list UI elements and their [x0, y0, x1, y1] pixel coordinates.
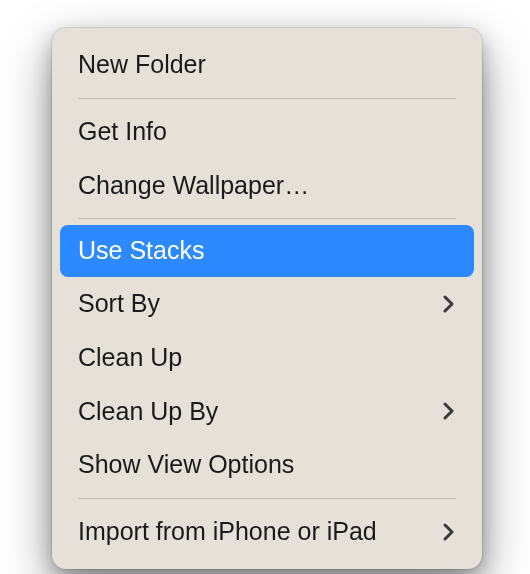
menu-item-new-folder[interactable]: New Folder — [52, 38, 482, 92]
menu-item-get-info[interactable]: Get Info — [52, 105, 482, 159]
menu-item-label: New Folder — [78, 48, 456, 82]
menu-item-label: Import from iPhone or iPad — [78, 515, 440, 549]
menu-item-label: Clean Up By — [78, 395, 440, 429]
menu-item-import-from-iphone-or-ipad[interactable]: Import from iPhone or iPad — [52, 505, 482, 559]
menu-item-label: Sort By — [78, 287, 440, 321]
menu-item-sort-by[interactable]: Sort By — [52, 277, 482, 331]
menu-item-label: Change Wallpaper… — [78, 169, 456, 203]
menu-item-label: Use Stacks — [78, 234, 456, 268]
menu-item-clean-up-by[interactable]: Clean Up By — [52, 385, 482, 439]
chevron-right-icon — [440, 296, 456, 312]
menu-divider — [78, 218, 456, 219]
menu-item-use-stacks[interactable]: Use Stacks — [60, 225, 474, 277]
desktop-context-menu: New Folder Get Info Change Wallpaper… Us… — [52, 28, 482, 569]
menu-item-label: Clean Up — [78, 341, 456, 375]
menu-divider — [78, 498, 456, 499]
menu-item-change-wallpaper[interactable]: Change Wallpaper… — [52, 159, 482, 213]
chevron-right-icon — [440, 403, 456, 419]
chevron-right-icon — [440, 524, 456, 540]
menu-divider — [78, 98, 456, 99]
menu-item-clean-up[interactable]: Clean Up — [52, 331, 482, 385]
menu-item-label: Get Info — [78, 115, 456, 149]
menu-item-label: Show View Options — [78, 448, 456, 482]
menu-item-show-view-options[interactable]: Show View Options — [52, 438, 482, 492]
